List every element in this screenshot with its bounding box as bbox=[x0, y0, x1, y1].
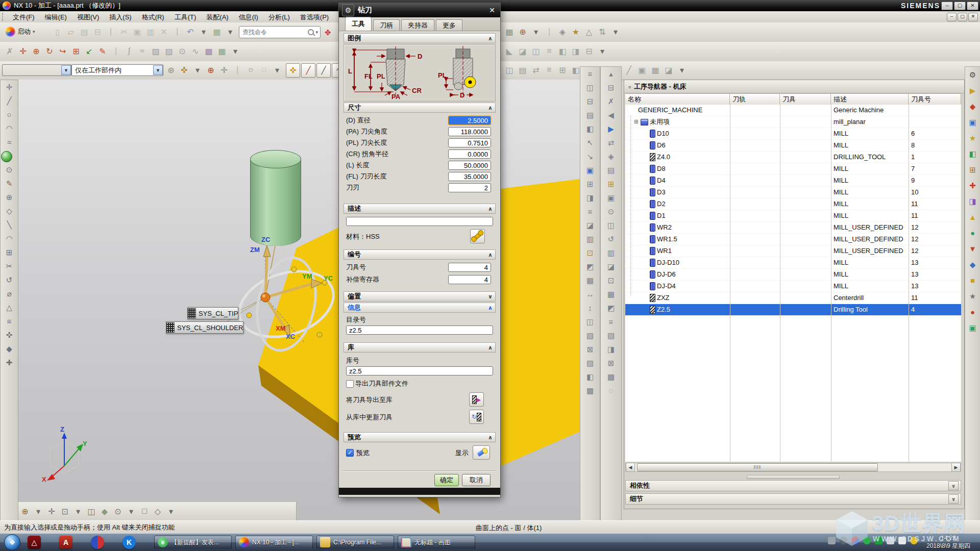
toolpath-cell[interactable] bbox=[730, 152, 780, 163]
toolbar-icon[interactable]: | bbox=[231, 63, 244, 77]
tool-number-cell[interactable]: 13 bbox=[909, 269, 961, 280]
tool-number-cell[interactable]: 10 bbox=[909, 187, 961, 198]
palette-icon[interactable]: ■ bbox=[965, 272, 980, 288]
tool-cell[interactable] bbox=[780, 234, 831, 245]
tool-number-cell[interactable]: 11 bbox=[909, 292, 961, 304]
tool-cell[interactable] bbox=[780, 128, 831, 139]
table-row[interactable]: DJ-D6 MILL 13 bbox=[625, 269, 961, 281]
name-cell[interactable]: DJ-D4 bbox=[625, 281, 730, 292]
name-cell[interactable]: WR1 bbox=[625, 245, 730, 257]
export-to-library-button[interactable]: ▶ bbox=[469, 392, 484, 407]
description-cell[interactable]: MILL bbox=[831, 281, 909, 292]
palette-icon[interactable]: ★ bbox=[965, 288, 980, 304]
toolbar-icon[interactable]: ◨ bbox=[582, 191, 598, 205]
table-row[interactable]: D6 MILL 8 bbox=[625, 140, 961, 152]
tool-number-cell[interactable]: 8 bbox=[909, 140, 961, 151]
tool-cell[interactable] bbox=[780, 269, 831, 280]
table-row[interactable]: WR1 MILL_USER_DEFINED 12 bbox=[625, 245, 961, 257]
description-cell[interactable]: Drilling Tool bbox=[831, 304, 909, 315]
toolpath-cell[interactable] bbox=[730, 140, 780, 151]
toolbar-icon[interactable]: ✗ bbox=[3, 44, 16, 58]
toolpath-cell[interactable] bbox=[730, 269, 780, 280]
toolpath-cell[interactable] bbox=[730, 222, 780, 233]
dimension-input[interactable] bbox=[448, 116, 491, 125]
window-control-button[interactable]: – bbox=[941, 2, 953, 10]
toolbar-icon[interactable]: ⇄ bbox=[603, 136, 619, 149]
chevron-up-icon[interactable]: ∧ bbox=[488, 344, 493, 351]
tool-cell[interactable] bbox=[780, 198, 831, 210]
toolbar-icon[interactable]: ✎ bbox=[2, 177, 17, 190]
toolbar-icon[interactable]: ★ bbox=[569, 24, 582, 39]
toolbar-icon[interactable]: ⇄ bbox=[529, 63, 543, 77]
palette-icon[interactable]: ▲ bbox=[965, 209, 980, 225]
toolbar-icon[interactable]: ⌀ bbox=[2, 287, 17, 300]
table-row[interactable]: GENERIC_MACHINE Generic Machine bbox=[625, 105, 961, 116]
expander-icon[interactable]: ⊞ bbox=[634, 116, 639, 128]
toolbar-icon[interactable]: ≡ bbox=[603, 315, 619, 329]
toolbar-icon[interactable]: ▧ bbox=[582, 329, 598, 342]
tool-cell[interactable] bbox=[780, 187, 831, 198]
toolbar-icon[interactable]: ▾ bbox=[224, 24, 237, 39]
toolbar-icon[interactable]: ≡ bbox=[2, 314, 17, 328]
tool-cell[interactable] bbox=[780, 245, 831, 257]
column-header[interactable]: 刀具号 bbox=[909, 93, 961, 105]
dialog-tab[interactable]: 夹持器 bbox=[401, 19, 434, 31]
toolbar-icon[interactable]: ↺ bbox=[2, 273, 17, 287]
tool-number-cell[interactable]: 1 bbox=[909, 152, 961, 163]
toolbar-icon[interactable]: ⊕ bbox=[30, 44, 43, 58]
autocad-icon[interactable]: A bbox=[59, 536, 72, 549]
tray-icon[interactable] bbox=[840, 537, 847, 544]
tool-number-cell[interactable]: 12 bbox=[909, 234, 961, 245]
toolbar-icon[interactable]: ▣ bbox=[582, 163, 598, 177]
toolbar-icon[interactable]: ↕ bbox=[582, 301, 598, 315]
toolbar-icon[interactable]: ◩ bbox=[582, 260, 598, 273]
scroll-right-icon[interactable]: ▶ bbox=[951, 463, 961, 472]
toolbar-icon[interactable]: ◩ bbox=[603, 301, 619, 315]
toolbar-icon[interactable]: ⊡ bbox=[582, 246, 598, 260]
name-cell[interactable]: ⊞ 未用项 bbox=[625, 116, 730, 128]
toolbar-icon[interactable]: ▾ bbox=[125, 504, 138, 518]
toolbar-icon[interactable]: ⊕ bbox=[2, 190, 17, 204]
toolbar-icon[interactable]: ◆ bbox=[2, 342, 17, 356]
toolbar-icon[interactable]: ✛ bbox=[45, 504, 58, 518]
library-section-header[interactable]: 库 ∧ bbox=[344, 342, 496, 353]
toolbar-icon[interactable]: ▾ bbox=[32, 504, 45, 518]
toolbar-icon[interactable]: △ bbox=[2, 300, 17, 314]
legend-section-header[interactable]: 图例 ∧ bbox=[344, 33, 496, 43]
catalog-number-input[interactable] bbox=[346, 325, 493, 335]
tool-number-cell[interactable]: 11 bbox=[909, 198, 961, 210]
fullscreen-icon[interactable]: ✥ bbox=[325, 28, 331, 37]
toolbar-icon[interactable]: ◨ bbox=[569, 44, 582, 58]
dependencies-bar[interactable]: 相依性 ∨ bbox=[625, 480, 961, 491]
toolbar-icon[interactable]: ◇ bbox=[151, 504, 164, 518]
selection-scope-combo[interactable]: 仅在工作部件内 ▼ bbox=[71, 64, 163, 76]
toolbar-icon[interactable]: ◫ bbox=[529, 44, 543, 58]
toolbar-icon[interactable]: ⊙ bbox=[603, 205, 619, 218]
description-cell[interactable]: MILL bbox=[831, 198, 909, 210]
toolbar-icon[interactable]: ≡ bbox=[582, 67, 598, 81]
taskbar-clock[interactable]: 14:28 2018\8\9 星期四 bbox=[921, 535, 976, 550]
toolbar-icon[interactable]: ≡ bbox=[543, 63, 556, 77]
toolbar-icon[interactable]: ▩ bbox=[582, 384, 598, 397]
palette-icon[interactable]: ● bbox=[965, 225, 980, 241]
toolbar-icon[interactable]: ↙ bbox=[83, 44, 96, 58]
scroll-left-icon[interactable]: ◀ bbox=[626, 463, 635, 472]
toolbar-icon[interactable]: | bbox=[104, 24, 117, 39]
table-row[interactable]: DJ-D10 MILL 13 bbox=[625, 257, 961, 269]
toolbar-icon[interactable]: ⊟ bbox=[582, 94, 598, 108]
toolbar-icon[interactable]: ✛ bbox=[16, 44, 30, 58]
toolbar-icon[interactable]: ◌ bbox=[257, 63, 271, 77]
toolbar-icon[interactable]: ╱ bbox=[2, 94, 17, 108]
table-row[interactable]: D2 MILL 11 bbox=[625, 198, 961, 210]
k-app-icon[interactable]: K bbox=[122, 536, 136, 549]
column-header[interactable]: 刀轨 bbox=[730, 93, 780, 105]
toolbar-icon[interactable]: ⊕ bbox=[18, 504, 32, 518]
combo-caret-icon[interactable]: ▼ bbox=[61, 65, 71, 75]
toolbar-icon[interactable]: ◪ bbox=[603, 260, 619, 273]
toolbar-icon[interactable]: ▦ bbox=[603, 287, 619, 301]
search-caret-icon[interactable]: ▾ bbox=[315, 30, 318, 35]
start-orb[interactable]: ❖ bbox=[4, 534, 20, 550]
toolbar-icon[interactable]: ◠ bbox=[2, 121, 17, 135]
toolbar-icon[interactable]: ○ bbox=[2, 108, 17, 121]
tool-cell[interactable] bbox=[780, 105, 831, 116]
